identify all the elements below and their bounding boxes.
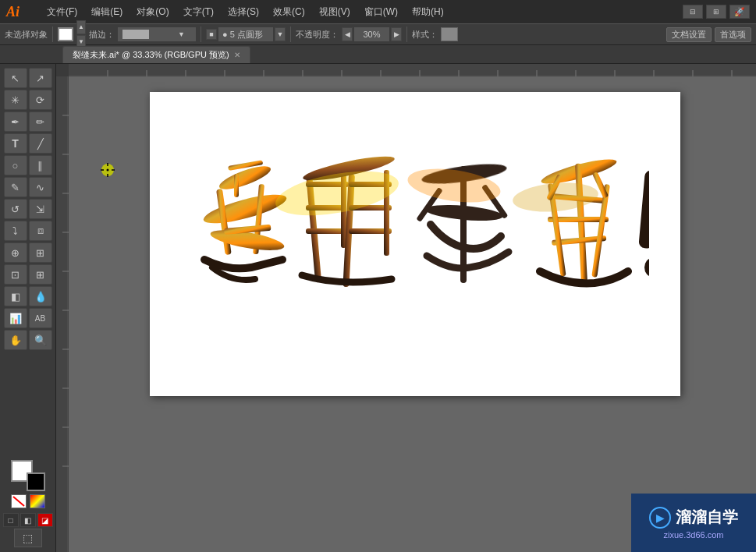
calligraphy-artwork: [181, 115, 649, 373]
scale-button[interactable]: ⇲: [29, 199, 52, 219]
menu-edit[interactable]: 编辑(E): [85, 4, 129, 20]
curvature-button[interactable]: ✏: [29, 111, 52, 132]
preferences-button[interactable]: 首选项: [715, 27, 751, 42]
svg-point-73: [107, 169, 109, 172]
tool-row-13: ✋ 🔍: [2, 330, 55, 350]
tool-row-2: ✳ ⟳: [2, 90, 55, 110]
rotate-button[interactable]: ↺: [4, 199, 27, 219]
shaper-button[interactable]: ∿: [29, 177, 52, 197]
brush-shape-dropdown[interactable]: ● 5 点圆形: [218, 27, 273, 41]
tool-row-7: ↺ ⇲: [2, 199, 55, 219]
none-swatch[interactable]: [11, 494, 27, 508]
svg-rect-37: [234, 174, 239, 197]
gradient-button[interactable]: ◧: [4, 286, 27, 306]
tool-row-10: ⊡ ⊞: [2, 264, 55, 285]
tool-row-3: ✒ ✏: [2, 111, 55, 132]
opacity-left-arrow[interactable]: ◀: [342, 27, 353, 41]
doc-settings-button[interactable]: 文档设置: [666, 27, 712, 42]
artboard: [150, 92, 680, 396]
svg-point-64: [644, 258, 649, 277]
hand-button[interactable]: ✋: [4, 330, 27, 350]
document-tab[interactable]: 裂缝未来.ai* @ 33.33% (RGB/GPU 预览) ✕: [62, 46, 250, 63]
menu-window[interactable]: 窗口(W): [358, 4, 404, 20]
tab-close-button[interactable]: ✕: [234, 51, 240, 59]
type-tool-button[interactable]: T: [4, 133, 27, 154]
perspective-button[interactable]: ⊡: [4, 264, 27, 285]
vertical-ruler: [56, 76, 69, 552]
stroke-thumb: [122, 29, 176, 40]
normal-mode-icon[interactable]: □: [3, 513, 19, 527]
toolbar-right-actions: 文档设置 首选项: [666, 27, 751, 42]
graph-button[interactable]: 📊: [4, 308, 27, 328]
menu-file[interactable]: 文件(F): [41, 4, 83, 20]
shapebuilder-button[interactable]: ⊕: [4, 242, 27, 263]
selection-tool-button[interactable]: ↖: [4, 68, 27, 88]
menu-effect[interactable]: 效果(C): [267, 4, 311, 20]
style-label: 样式：: [412, 29, 438, 41]
magic-wand-button[interactable]: ✳: [4, 90, 27, 110]
brush-dropdown-arrow[interactable]: ▼: [275, 27, 286, 41]
watermark-play-icon: ▶: [649, 507, 671, 529]
color-mode-swatch[interactable]: [30, 494, 45, 508]
paintbrush-button[interactable]: ∥: [29, 155, 52, 175]
stroke-color-swatch[interactable]: [58, 27, 73, 41]
menu-object[interactable]: 对象(O): [130, 4, 175, 20]
lasso-button[interactable]: ⟳: [29, 90, 52, 110]
divider-2: [201, 27, 201, 42]
divider-3: [290, 27, 291, 42]
pencil-button[interactable]: ✎: [4, 177, 27, 197]
watermark-brand: ▶ 溜溜自学: [649, 507, 738, 529]
gray-mode-icon[interactable]: ◧: [20, 513, 36, 527]
mask-mode-icon[interactable]: ◪: [37, 513, 53, 527]
artboard-button[interactable]: AB: [29, 308, 52, 328]
tool-row-12: 📊 AB: [2, 308, 55, 328]
ruler-ticks-v: [56, 76, 69, 552]
stroke-style-dropdown[interactable]: ▼: [118, 27, 196, 41]
ellipse-tool-button[interactable]: ○: [4, 155, 27, 175]
watermark-url: zixue.3d66.com: [663, 530, 723, 540]
rocket-icon[interactable]: 🚀: [729, 5, 750, 19]
opacity-input[interactable]: [354, 27, 389, 41]
watermark-brand-name: 溜溜自学: [676, 507, 738, 528]
opacity-label: 不透明度：: [296, 29, 339, 41]
tool-row-11: ◧ 💧: [2, 286, 55, 306]
svg-rect-55: [575, 164, 587, 285]
mesh-button[interactable]: ⊞: [29, 264, 52, 285]
stroke-label: 描边：: [89, 29, 115, 41]
menu-help[interactable]: 帮助(H): [406, 4, 450, 20]
menu-bar: 文件(F) 编辑(E) 对象(O) 文字(T) 选择(S) 效果(C) 视图(V…: [41, 4, 450, 20]
no-selection-label: 未选择对象: [5, 29, 48, 41]
ruler-corner[interactable]: [56, 64, 69, 76]
menu-view[interactable]: 视图(V): [313, 4, 357, 20]
arrange-icon[interactable]: ⊟: [683, 5, 703, 19]
tab-filename: 裂缝未来.ai* @ 33.33% (RGB/GPU 预览): [73, 49, 229, 61]
none-icon: [12, 495, 26, 508]
warp-button[interactable]: ⤵: [4, 221, 27, 241]
ruler-ticks-h: // ruler ticks drawn via SVG: [69, 64, 756, 76]
opacity-right-arrow[interactable]: ▶: [391, 27, 402, 41]
stroke-up-arrow[interactable]: ▲: [76, 20, 86, 34]
tool-row-5: ○ ∥: [2, 155, 55, 175]
fg-bg-swatches: [11, 460, 45, 491]
direct-selection-button[interactable]: ↗: [29, 68, 52, 88]
livepaint-button[interactable]: ⊞: [29, 242, 52, 263]
style-swatch[interactable]: [441, 27, 458, 41]
app-logo: Ai: [6, 4, 31, 20]
tool-row-8: ⤵ ⧈: [2, 221, 55, 241]
svg-rect-41: [306, 228, 345, 234]
freetransform-button[interactable]: ⧈: [29, 221, 52, 241]
pen-tool-button[interactable]: ✒: [4, 111, 27, 132]
menu-select[interactable]: 选择(S): [222, 4, 265, 20]
tool-row-4: T ╱: [2, 133, 55, 154]
toolbar: 未选择对象 ▲ ▼ 描边： ▼ ■ ● 5 点圆形 ▼ 不透明度： ◀ ▶ 样式…: [0, 23, 756, 45]
eyedropper-button[interactable]: 💧: [29, 286, 52, 306]
watermark: ▶ 溜溜自学 zixue.3d66.com: [631, 494, 756, 552]
background-swatch[interactable]: [27, 472, 45, 491]
screen-mode-button[interactable]: ⬚: [14, 529, 42, 547]
zoom-button[interactable]: 🔍: [29, 330, 52, 350]
line-tool-button[interactable]: ╱: [29, 133, 52, 154]
stroke-arrows: ▲ ▼: [76, 20, 86, 49]
brush-square-icon: ■: [206, 29, 217, 40]
menu-text[interactable]: 文字(T): [177, 4, 220, 20]
grid-icon[interactable]: ⊞: [706, 5, 726, 19]
